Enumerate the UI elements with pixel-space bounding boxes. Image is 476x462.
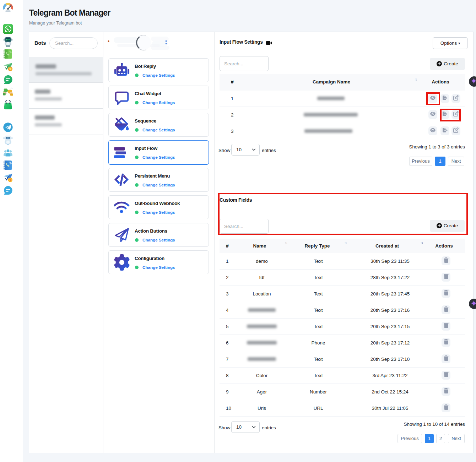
svg-text:1: 1 [10, 179, 11, 182]
svg-text:1: 1 [10, 68, 11, 71]
